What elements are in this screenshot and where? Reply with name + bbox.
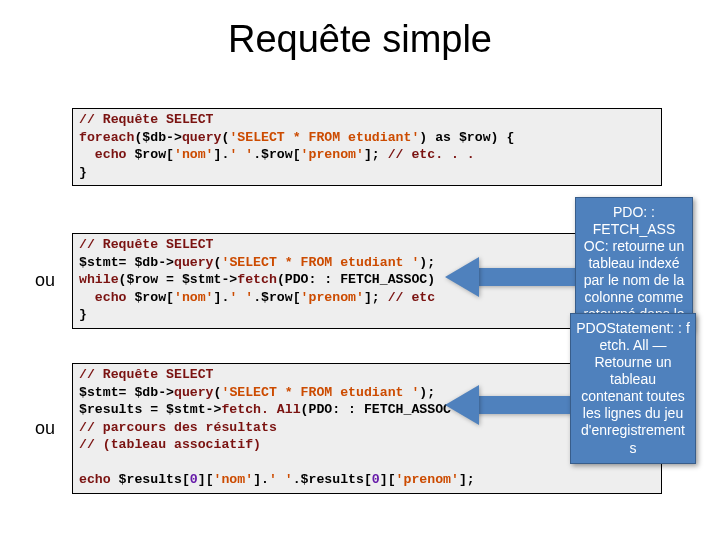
callout2-arrow-stem — [475, 396, 575, 414]
code-3: // Requête SELECT $stmt= $db->query('SEL… — [79, 366, 655, 489]
callout2-line: contenant toutes — [581, 388, 685, 404]
callout2-line: Retourne un — [594, 354, 671, 370]
callout-fetchall: PDOStatement: : f etch. All — Retourne u… — [570, 313, 696, 464]
callout1-line: OC: retourne un — [584, 238, 684, 254]
ou-label-2: ou — [35, 418, 55, 439]
callout1-line: PDO: : FETCH_ASS — [593, 204, 675, 237]
code-block-1: // Requête SELECT foreach($db->query('SE… — [72, 108, 662, 186]
callout1-line: par le nom de la — [584, 272, 684, 288]
callout2-line: etch. All — — [600, 337, 667, 353]
callout1-arrow-stem — [475, 268, 580, 286]
callout1-arrow-head — [445, 257, 479, 297]
callout2-line: tableau — [610, 371, 656, 387]
callout2-arrow-head — [445, 385, 479, 425]
callout2-line: les lignes du jeu — [583, 405, 683, 421]
code-1: // Requête SELECT foreach($db->query('SE… — [79, 111, 655, 181]
slide: Requête simple // Requête SELECT foreach… — [0, 18, 720, 540]
slide-title: Requête simple — [0, 18, 720, 61]
callout2-line: s — [630, 440, 637, 456]
callout1-line: tableau indexé — [588, 255, 679, 271]
callout2-line: d'enregistrement — [581, 422, 685, 438]
callout-fetch-assoc: PDO: : FETCH_ASS OC: retourne un tableau… — [575, 197, 693, 331]
callout1-line: colonne comme — [585, 289, 684, 305]
ou-label-1: ou — [35, 270, 55, 291]
callout2-line: PDOStatement: : f — [576, 320, 690, 336]
